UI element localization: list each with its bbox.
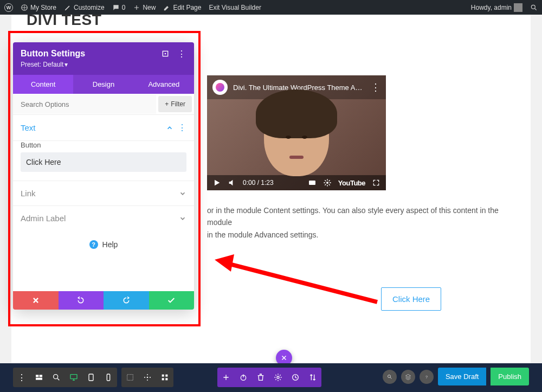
help-icon: ? bbox=[89, 240, 98, 249]
save-draft-button[interactable]: Save Draft bbox=[438, 368, 486, 385]
trash-icon[interactable] bbox=[252, 368, 269, 387]
section-link[interactable]: Link bbox=[13, 181, 194, 206]
video-time: 0:00 / 1:23 bbox=[243, 179, 274, 187]
play-icon[interactable] bbox=[212, 178, 221, 187]
comments-link[interactable]: 0 bbox=[112, 4, 126, 11]
chevron-up-icon bbox=[166, 124, 173, 132]
howdy-user[interactable]: Howdy, admin bbox=[471, 3, 522, 12]
redo-button[interactable] bbox=[104, 291, 149, 310]
panel-actions bbox=[13, 291, 194, 310]
search-input[interactable] bbox=[13, 95, 156, 114]
svg-point-22 bbox=[277, 376, 279, 378]
tab-design[interactable]: Design bbox=[73, 75, 133, 94]
section-admin-label[interactable]: Admin Label bbox=[13, 206, 194, 230]
tab-advanced[interactable]: Advanced bbox=[134, 75, 194, 94]
exit-visual-builder[interactable]: Exit Visual Builder bbox=[209, 4, 261, 11]
wp-logo[interactable]: W bbox=[4, 3, 13, 12]
svg-rect-19 bbox=[162, 378, 164, 380]
edit-page-link[interactable]: Edit Page bbox=[163, 4, 201, 11]
expand-icon[interactable] bbox=[160, 49, 170, 59]
new-link[interactable]: New bbox=[133, 4, 156, 11]
svg-rect-2 bbox=[309, 181, 315, 185]
panel-menu-icon[interactable]: ⋮ bbox=[177, 49, 186, 59]
svg-point-11 bbox=[54, 375, 58, 379]
menu-icon[interactable]: ⋮ bbox=[13, 368, 30, 387]
desktop-icon[interactable] bbox=[65, 368, 82, 387]
settings-tabs: Content Design Advanced bbox=[13, 75, 194, 94]
svg-point-16 bbox=[147, 377, 149, 378]
svg-text:?: ? bbox=[425, 375, 428, 378]
dashboard-icon bbox=[21, 4, 28, 11]
gear-icon[interactable] bbox=[269, 368, 287, 387]
undo-button[interactable] bbox=[59, 291, 104, 310]
hover-icon[interactable] bbox=[121, 368, 139, 387]
channel-logo[interactable] bbox=[212, 80, 228, 95]
sort-icon[interactable] bbox=[304, 368, 321, 387]
captions-icon[interactable] bbox=[308, 178, 317, 187]
brush-icon bbox=[64, 4, 72, 11]
close-icon bbox=[281, 355, 287, 361]
wireframe-icon[interactable] bbox=[30, 368, 48, 387]
preset-dropdown[interactable]: Preset: Default▾ bbox=[21, 61, 186, 68]
svg-rect-15 bbox=[127, 375, 133, 381]
svg-rect-13 bbox=[89, 374, 93, 381]
panel-title: Button Settings bbox=[21, 49, 85, 59]
field-button-text: Button bbox=[13, 141, 194, 181]
page-title: DIVI TEST bbox=[11, 11, 531, 29]
search-row: + Filter bbox=[13, 94, 194, 115]
tab-content[interactable]: Content bbox=[13, 75, 73, 94]
fullscreen-icon[interactable] bbox=[372, 178, 380, 187]
section-text[interactable]: Text ⋮ bbox=[13, 115, 194, 141]
history-icon[interactable] bbox=[287, 368, 304, 387]
field-label: Button bbox=[21, 141, 186, 149]
help-circle-icon[interactable]: ? bbox=[420, 370, 434, 384]
mobile-icon[interactable] bbox=[100, 368, 117, 387]
panel-header: Button Settings ⋮ Preset: Default▾ bbox=[13, 42, 194, 75]
customize-link[interactable]: Customize bbox=[64, 4, 105, 11]
svg-point-1 bbox=[531, 5, 535, 9]
store-link[interactable]: My Store bbox=[21, 4, 56, 11]
chevron-down-icon bbox=[179, 190, 186, 197]
filter-button[interactable]: + Filter bbox=[158, 96, 192, 112]
help-link[interactable]: ? Help bbox=[13, 230, 194, 259]
add-icon[interactable] bbox=[217, 368, 235, 387]
discard-button[interactable] bbox=[13, 291, 59, 310]
layers-icon[interactable] bbox=[401, 370, 415, 384]
plus-icon: + bbox=[165, 100, 169, 108]
video-menu-icon[interactable]: ⋮ bbox=[371, 81, 380, 93]
svg-rect-18 bbox=[165, 375, 167, 377]
svg-point-3 bbox=[326, 182, 328, 184]
divi-button-module[interactable]: Click Here bbox=[381, 287, 441, 311]
search-icon bbox=[530, 4, 538, 11]
pencil-icon bbox=[163, 4, 171, 11]
chevron-down-icon: ▾ bbox=[64, 61, 68, 68]
svg-rect-9 bbox=[40, 375, 42, 377]
search-toggle[interactable] bbox=[530, 4, 538, 11]
section-menu-icon[interactable]: ⋮ bbox=[178, 123, 186, 133]
youtube-logo[interactable]: YouTube bbox=[338, 179, 365, 187]
youtube-embed[interactable]: Divi. The Ultimate WordPress Theme An… ⋮… bbox=[207, 75, 386, 190]
zoom-icon[interactable] bbox=[48, 368, 65, 387]
annotation-arrow bbox=[215, 253, 388, 307]
avatar bbox=[514, 3, 522, 12]
power-icon[interactable] bbox=[235, 368, 252, 387]
video-thumbnail bbox=[207, 97, 386, 174]
save-button[interactable] bbox=[149, 291, 195, 310]
svg-line-4 bbox=[225, 263, 377, 302]
grid-icon[interactable] bbox=[156, 368, 173, 387]
volume-icon[interactable] bbox=[228, 178, 236, 187]
find-icon[interactable] bbox=[383, 370, 397, 384]
tablet-icon[interactable] bbox=[82, 368, 100, 387]
svg-rect-20 bbox=[165, 378, 167, 380]
svg-rect-8 bbox=[36, 375, 38, 377]
click-icon[interactable] bbox=[139, 368, 156, 387]
svg-point-7 bbox=[165, 53, 166, 55]
svg-rect-10 bbox=[36, 378, 42, 380]
svg-rect-14 bbox=[107, 374, 109, 381]
settings-gear-icon[interactable] bbox=[323, 178, 332, 187]
button-text-input[interactable] bbox=[21, 152, 186, 172]
module-description: or in the module Content settings. You c… bbox=[207, 204, 509, 241]
plus-icon bbox=[133, 4, 140, 11]
svg-rect-12 bbox=[70, 375, 77, 379]
publish-button[interactable]: Publish bbox=[491, 368, 529, 385]
